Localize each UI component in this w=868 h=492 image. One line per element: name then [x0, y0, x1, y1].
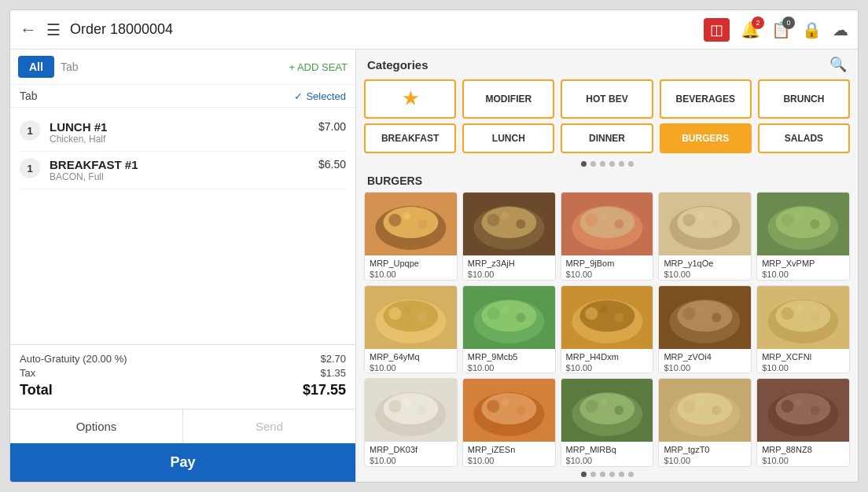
svg-point-87 [782, 400, 794, 413]
product-image [365, 193, 457, 255]
svg-point-45 [585, 307, 598, 320]
product-image [757, 286, 849, 349]
product-price: $10.00 [566, 363, 649, 373]
product-image [561, 193, 653, 255]
pay-button[interactable]: Pay [10, 443, 355, 482]
order-item[interactable]: 1 LUNCH #1 Chicken, Half $7.00 [20, 114, 346, 152]
product-name: MRP_z3AjH [468, 259, 550, 268]
svg-point-11 [501, 212, 509, 220]
product-card[interactable]: MRP_z3AjH $10.00 [462, 192, 556, 281]
category-btn-breakfast[interactable]: BREAKFAST [364, 123, 456, 153]
order-items-list: 1 LUNCH #1 Chicken, Half $7.00 1 BREAKFA… [10, 108, 355, 344]
item-desc: BACON, Full [50, 171, 318, 182]
product-info: MRP_DK03f $10.00 [365, 442, 457, 467]
categories-row-1: ★MODIFIERHOT BEVBEVERAGESBRUNCH [356, 79, 858, 119]
menu-icon[interactable]: ☰ [46, 20, 61, 39]
product-card[interactable]: MRP_64yMq $10.00 [364, 285, 458, 374]
item-qty: 1 [20, 120, 40, 141]
svg-point-76 [614, 406, 623, 415]
selected-label: Selected [306, 90, 346, 102]
product-info: MRP_XvPMP $10.00 [757, 255, 849, 281]
product-image [659, 286, 751, 349]
svg-point-64 [417, 406, 427, 415]
header-icons: ◫ 🔔 2 📋 0 🔒 ☁ [704, 18, 848, 42]
product-dot-2 [590, 472, 596, 477]
product-price: $10.00 [370, 456, 452, 465]
product-image [463, 379, 555, 442]
category-btn-dinner[interactable]: DINNER [561, 123, 653, 153]
svg-point-40 [516, 313, 525, 322]
product-price: $10.00 [664, 363, 746, 373]
categories-row-2: BREAKFASTLUNCHDINNERBURGERSSALADS [356, 123, 858, 153]
section-title: BURGERS [356, 171, 858, 192]
add-seat-button[interactable]: + ADD SEAT [289, 61, 348, 73]
cloud-button[interactable]: ☁ [833, 20, 848, 39]
order-item[interactable]: 1 BREAKFAST #1 BACON, Full $6.50 [20, 152, 346, 189]
product-name: MRP_XCFNl [762, 352, 844, 362]
dot-2 [590, 161, 596, 167]
product-info: MRP_tgzT0 $10.00 [659, 442, 751, 467]
category-btn-hot-bev[interactable]: HOT BEV [561, 79, 653, 119]
product-name: MRP_zVOi4 [664, 352, 746, 362]
main-content: All Tab + ADD SEAT Tab ✓ Selected 1 LUNC… [10, 50, 858, 482]
product-info: MRP_iZESn $10.00 [463, 442, 555, 467]
product-dot-5 [619, 472, 624, 477]
search-button[interactable]: 🔍 [829, 56, 847, 73]
product-card[interactable]: MRP_zVOi4 $10.00 [658, 285, 752, 374]
product-card[interactable]: MRP_XCFNl $10.00 [756, 285, 850, 374]
product-dot-1 [581, 472, 587, 477]
tab-header: Tab ✓ Selected [10, 85, 355, 108]
back-button[interactable]: ← [20, 20, 37, 40]
tax-row: Tax $1.35 [20, 367, 346, 379]
category-btn-beverages[interactable]: BEVERAGES [660, 79, 752, 119]
item-qty: 1 [20, 158, 40, 178]
products-grid: MRP_Upqpe $10.00 MRP_z3AjH $10.00 MRP_9j… [356, 192, 858, 467]
product-card[interactable]: MRP_H4Dxm $10.00 [561, 285, 654, 374]
send-button[interactable]: Send [183, 409, 355, 443]
product-card[interactable]: MRP_88NZ8 $10.00 [756, 378, 850, 467]
lock-button[interactable]: 🔒 [802, 20, 822, 39]
product-card[interactable]: MRP_Upqpe $10.00 [364, 192, 458, 281]
all-button[interactable]: All [18, 56, 54, 78]
dot-5 [619, 161, 624, 167]
options-button[interactable]: Options [10, 409, 183, 443]
product-image [365, 379, 457, 442]
svg-point-34 [417, 313, 427, 322]
svg-point-23 [697, 212, 705, 220]
category-btn-brunch[interactable]: BRUNCH [758, 79, 850, 119]
screen-button[interactable]: ◫ [704, 18, 730, 42]
doc-button[interactable]: 📋 0 [771, 20, 791, 39]
product-card[interactable]: MRP_XvPMP $10.00 [756, 192, 850, 281]
product-card[interactable]: MRP_iZESn $10.00 [462, 378, 556, 467]
svg-point-59 [796, 306, 804, 314]
category-btn-modifier[interactable]: MODIFIER [462, 79, 554, 119]
category-btn-salads[interactable]: SALADS [758, 123, 850, 153]
product-info: MRP_88NZ8 $10.00 [757, 442, 849, 467]
product-card[interactable]: MRP_y1qOe $10.00 [658, 192, 752, 281]
svg-point-33 [388, 307, 401, 320]
auto-gratuity-row: Auto-Gratuity (20.00 %) $2.70 [20, 353, 346, 365]
product-price: $10.00 [566, 270, 649, 279]
product-image [561, 286, 653, 349]
product-card[interactable]: MRP_9jBom $10.00 [561, 192, 654, 281]
product-name: MRP_iZESn [468, 445, 550, 454]
product-info: MRP_9jBom $10.00 [561, 255, 653, 281]
svg-point-82 [712, 406, 722, 415]
lock-icon: 🔒 [802, 21, 822, 39]
bell-button[interactable]: 🔔 2 [741, 20, 760, 39]
svg-point-22 [712, 219, 722, 229]
category-btn-burgers[interactable]: BURGERS [660, 123, 752, 153]
item-info: BREAKFAST #1 BACON, Full [50, 158, 318, 182]
product-dot-6 [628, 472, 634, 477]
product-card[interactable]: MRP_DK03f $10.00 [364, 378, 458, 467]
auto-gratuity-label: Auto-Gratuity (20.00 %) [20, 353, 127, 365]
category-btn-star[interactable]: ★ [364, 79, 456, 119]
right-panel: Categories 🔍 ★MODIFIERHOT BEVBEVERAGESBR… [356, 50, 858, 482]
svg-point-28 [811, 219, 820, 229]
product-image [757, 379, 849, 442]
product-card[interactable]: MRP_MIRBq $10.00 [561, 378, 654, 467]
product-card[interactable]: MRP_9Mcb5 $10.00 [462, 285, 556, 374]
product-card[interactable]: MRP_tgzT0 $10.00 [658, 378, 752, 467]
svg-point-81 [683, 400, 696, 413]
category-btn-lunch[interactable]: LUNCH [462, 123, 554, 153]
